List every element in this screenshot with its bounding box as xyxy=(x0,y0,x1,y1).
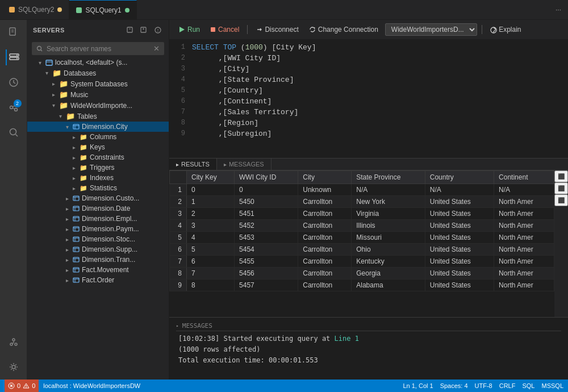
cell-country: United States xyxy=(425,232,494,244)
scroll-icon-3[interactable]: ⬛ xyxy=(554,194,568,206)
tree-item-triggers[interactable]: 📁 Triggers xyxy=(27,162,169,173)
table-row[interactable]: 2 1 5450 Carrollton New York United Stat… xyxy=(170,196,554,208)
cancel-button[interactable]: Cancel xyxy=(207,24,243,35)
search-input[interactable] xyxy=(47,45,150,53)
cell-country: United States xyxy=(425,208,494,220)
run-button[interactable]: Run xyxy=(175,24,203,35)
cell-city: Carrollton xyxy=(298,232,352,244)
tree-item-dim-paym[interactable]: Dimension.Paym... xyxy=(27,224,169,234)
tab-icon-sqlquery2 xyxy=(9,7,15,12)
results-table-container[interactable]: City Key WWI City ID City State Province… xyxy=(169,170,554,317)
tree-item-indexes[interactable]: 📁 Indexes xyxy=(27,173,169,183)
tree-label-dim-date: Dimension.Date xyxy=(82,205,130,212)
search-icon[interactable] xyxy=(6,124,22,140)
tree-item-dim-supp[interactable]: Dimension.Supp... xyxy=(27,244,169,255)
tree-item-databases[interactable]: 📁 Databases xyxy=(27,68,169,78)
tree-item-fact-mov[interactable]: Fact.Movement xyxy=(27,265,169,275)
sidebar: SERVERS ✕ localho xyxy=(27,20,169,380)
col-header-state[interactable]: State Province xyxy=(352,171,425,184)
svg-rect-31 xyxy=(46,60,52,65)
svg-rect-51 xyxy=(73,247,79,252)
status-errors[interactable]: 0 0 xyxy=(5,380,39,392)
history-icon[interactable] xyxy=(6,74,22,90)
svg-rect-48 xyxy=(73,237,79,241)
tree-item-dim-tran[interactable]: Dimension.Tran... xyxy=(27,255,169,265)
table-row[interactable]: 4 3 5452 Carrollton Illinois United Stat… xyxy=(170,220,554,232)
connections-icon[interactable]: 2 xyxy=(6,99,22,115)
cancel-label: Cancel xyxy=(218,26,239,34)
disconnect-button[interactable]: Disconnect xyxy=(252,24,302,35)
code-line-6: 6 ,[Continent] xyxy=(169,96,568,107)
sidebar-icon-btn-3[interactable] xyxy=(153,24,163,35)
col-header-continent[interactable]: Continent xyxy=(494,171,554,184)
table-row[interactable]: 9 8 5457 Carrollton Alabama United State… xyxy=(170,280,554,291)
tree-item-dim-city[interactable]: Dimension.City xyxy=(27,122,169,132)
tree-item-dim-date[interactable]: Dimension.Date xyxy=(27,203,169,214)
tree-item-constraints[interactable]: 📁 Constraints xyxy=(27,152,169,162)
cell-city-key: 3 xyxy=(187,220,235,232)
cell-wwi-id: 0 xyxy=(235,184,298,196)
table-row[interactable]: 3 2 5451 Carrollton Virginia United Stat… xyxy=(170,208,554,220)
files-icon[interactable] xyxy=(6,24,22,40)
svg-rect-54 xyxy=(73,257,79,262)
status-type: MSSQL xyxy=(541,382,563,389)
db-selector[interactable]: WideWorldImportersD... xyxy=(385,23,477,36)
scroll-icon-1[interactable]: ⬛ xyxy=(554,170,568,182)
cell-city: Carrollton xyxy=(298,220,352,232)
tree-item-localhost[interactable]: localhost, <default> (s... xyxy=(27,57,169,68)
change-connection-button[interactable]: Change Connection xyxy=(306,24,382,35)
cell-state: Virginia xyxy=(352,208,425,220)
tree-item-statistics[interactable]: 📁 Statistics xyxy=(27,183,169,193)
servers-icon[interactable] xyxy=(6,49,22,65)
tree-item-music[interactable]: 📁 Music xyxy=(27,89,169,100)
message-time: [10:02:38] xyxy=(178,335,219,343)
cell-wwi-id: 5453 xyxy=(235,232,298,244)
git-icon[interactable] xyxy=(6,334,22,350)
code-line-8: 8 ,[Region] xyxy=(169,118,568,128)
svg-marker-65 xyxy=(314,27,315,30)
connections-badge: 2 xyxy=(14,99,22,107)
row-num-cell: 8 xyxy=(170,268,187,280)
messages-tab-label: MESSAGES xyxy=(229,161,264,168)
sidebar-icon-btn-1[interactable] xyxy=(126,24,136,35)
svg-marker-63 xyxy=(179,27,185,32)
table-row[interactable]: 5 4 5453 Carrollton Missouri United Stat… xyxy=(170,232,554,244)
row-num-cell: 4 xyxy=(170,220,187,232)
tab-bar: SQLQuery2 SQLQuery1 ··· xyxy=(0,0,568,20)
search-clear-btn[interactable]: ✕ xyxy=(153,44,160,53)
cell-continent: North Amer xyxy=(494,256,554,268)
tree-label-dim-cust: Dimension.Custo... xyxy=(82,194,139,202)
tree-item-tables[interactable]: 📁 Tables xyxy=(27,111,169,122)
tree-item-dim-stoc[interactable]: Dimension.Stoc... xyxy=(27,234,169,244)
tree-item-columns[interactable]: 📁 Columns xyxy=(27,132,169,142)
explain-button[interactable]: Explain xyxy=(487,24,525,35)
code-editor[interactable]: 1 SELECT TOP (1000) [City Key] 2 ,[WWI C… xyxy=(169,40,568,158)
table-row[interactable]: 8 7 5456 Carrollton Georgia United State… xyxy=(170,268,554,280)
table-row[interactable]: 7 6 5455 Carrollton Kentucky United Stat… xyxy=(170,256,554,268)
status-right: Ln 1, Col 1 Spaces: 4 UTF-8 CRLF SQL MSS… xyxy=(403,382,563,389)
tree-item-wwi[interactable]: 📁 WideWorldImporte... xyxy=(27,100,169,111)
scroll-icon-2[interactable]: ⬛ xyxy=(554,182,568,194)
col-header-city[interactable]: City xyxy=(298,171,352,184)
sidebar-icon-btn-2[interactable] xyxy=(139,24,149,35)
cell-state: Kentucky xyxy=(352,256,425,268)
tab-sqlquery1[interactable]: SQLQuery1 xyxy=(69,0,136,20)
tree-item-system-db[interactable]: 📁 System Databases xyxy=(27,78,169,89)
cell-city-key: 8 xyxy=(187,280,235,291)
tab-sqlquery2[interactable]: SQLQuery2 xyxy=(2,0,69,20)
sidebar-header: SERVERS xyxy=(27,20,169,40)
tree-item-dim-cust[interactable]: Dimension.Custo... xyxy=(27,193,169,203)
col-header-country[interactable]: Country xyxy=(425,171,494,184)
table-row[interactable]: 6 5 5454 Carrollton Ohio United States N… xyxy=(170,244,554,256)
tree-item-keys[interactable]: 📁 Keys xyxy=(27,142,169,152)
settings-icon[interactable] xyxy=(6,359,22,375)
table-row[interactable]: 1 0 0 Unknown N/A N/A N/A xyxy=(170,184,554,196)
results-tab[interactable]: ▸ RESULTS xyxy=(169,159,217,170)
messages-tab[interactable]: ▸ MESSAGES xyxy=(217,159,272,170)
cell-city: Carrollton xyxy=(298,208,352,220)
tree-item-fact-ord[interactable]: Fact.Order xyxy=(27,275,169,285)
col-header-wwi-id[interactable]: WWI City ID xyxy=(235,171,298,184)
tab-ellipsis[interactable]: ··· xyxy=(551,6,566,14)
tree-item-dim-empl[interactable]: Dimension.Empl... xyxy=(27,214,169,224)
col-header-city-key[interactable]: City Key xyxy=(187,171,235,184)
